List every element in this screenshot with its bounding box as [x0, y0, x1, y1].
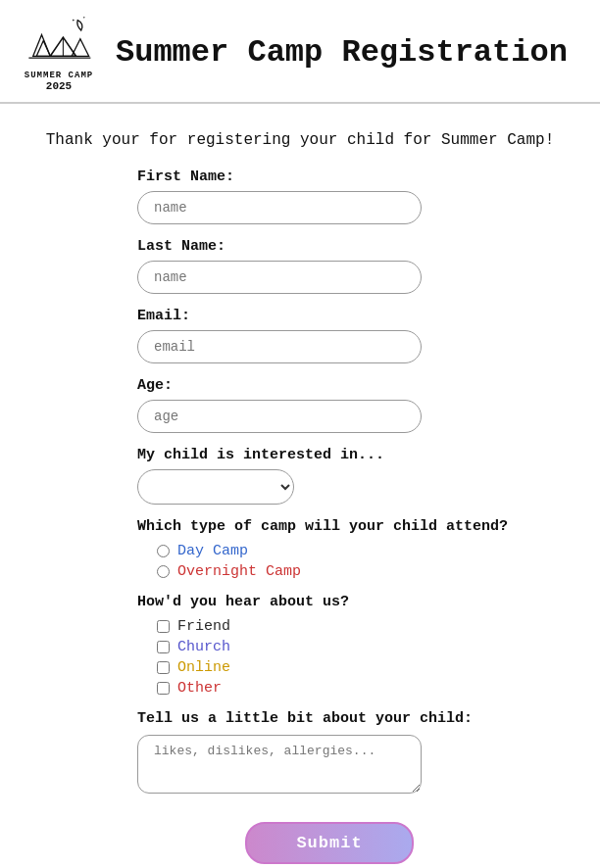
about-textarea-wrapper — [137, 735, 422, 798]
age-input[interactable] — [137, 400, 422, 433]
friend-label: Friend — [177, 618, 230, 635]
welcome-message: Thank your for registering your child fo… — [0, 104, 600, 169]
registration-form: First Name: Last Name: Email: Age: My ch… — [0, 169, 600, 868]
submit-button[interactable]: Submit — [245, 822, 413, 864]
email-input[interactable] — [137, 330, 422, 363]
page-title: Summer Camp Registration — [116, 34, 568, 71]
interests-label: My child is interested in... — [137, 447, 522, 463]
other-option[interactable]: Other — [157, 680, 522, 697]
age-label: Age: — [137, 377, 522, 394]
hear-group: How'd you hear about us? Friend Church O… — [137, 594, 522, 697]
svg-text:✦: ✦ — [83, 15, 86, 20]
page-header: ✦ ✦ SUMMER CAMP 2025 Summer Camp Registr… — [0, 0, 600, 104]
church-label: Church — [177, 639, 230, 655]
email-label: Email: — [137, 308, 522, 324]
friend-option[interactable]: Friend — [157, 618, 522, 635]
submit-area: Submit — [137, 822, 522, 864]
interests-group: My child is interested in... Arts & Craf… — [137, 447, 522, 505]
day-camp-option[interactable]: Day Camp — [157, 543, 522, 559]
overnight-camp-option[interactable]: Overnight Camp — [157, 563, 522, 580]
overnight-camp-radio[interactable] — [157, 565, 170, 578]
logo-icon: ✦ ✦ — [25, 12, 93, 71]
hear-label: How'd you hear about us? — [137, 594, 522, 610]
overnight-camp-label: Overnight Camp — [177, 563, 301, 580]
email-group: Email: — [137, 308, 522, 363]
camp-type-radio-group: Day Camp Overnight Camp — [137, 543, 522, 580]
other-checkbox[interactable] — [157, 682, 170, 695]
age-group: Age: — [137, 377, 522, 433]
first-name-label: First Name: — [137, 169, 522, 185]
online-checkbox[interactable] — [157, 661, 170, 674]
logo: ✦ ✦ SUMMER CAMP 2025 — [20, 12, 98, 92]
interests-select[interactable]: Arts & Crafts Sports Nature Music — [137, 469, 294, 505]
online-label: Online — [177, 659, 230, 676]
svg-text:✦: ✦ — [72, 18, 75, 24]
about-group: Tell us a little bit about your child: — [137, 710, 522, 798]
last-name-input[interactable] — [137, 261, 422, 294]
camp-type-label: Which type of camp will your child atten… — [137, 518, 522, 535]
church-option[interactable]: Church — [157, 639, 522, 655]
logo-text-line2: 2025 — [46, 80, 72, 92]
logo-text-line1: SUMMER CAMP — [25, 71, 93, 80]
first-name-input[interactable] — [137, 191, 422, 224]
day-camp-radio[interactable] — [157, 545, 170, 557]
friend-checkbox[interactable] — [157, 620, 170, 633]
other-label: Other — [177, 680, 222, 697]
hear-checkbox-group: Friend Church Online Other — [137, 618, 522, 697]
about-label: Tell us a little bit about your child: — [137, 710, 522, 727]
last-name-group: Last Name: — [137, 238, 522, 294]
first-name-group: First Name: — [137, 169, 522, 224]
camp-type-group: Which type of camp will your child atten… — [137, 518, 522, 580]
day-camp-label: Day Camp — [177, 543, 248, 559]
last-name-label: Last Name: — [137, 238, 522, 255]
about-textarea[interactable] — [137, 735, 422, 794]
online-option[interactable]: Online — [157, 659, 522, 676]
church-checkbox[interactable] — [157, 641, 170, 653]
